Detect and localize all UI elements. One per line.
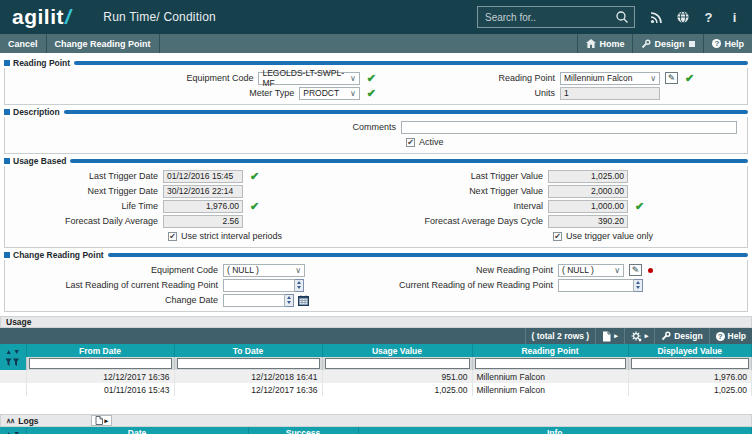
sort-icon: ▲▼ xyxy=(5,348,20,355)
grid-design-button[interactable]: Design xyxy=(654,328,708,344)
comments-input[interactable] xyxy=(401,121,737,134)
filter-reading-point-input[interactable] xyxy=(475,358,626,369)
collapse-icon[interactable]: ∧∧ xyxy=(6,417,14,425)
description-section-title: Description xyxy=(4,107,748,117)
current-reading-input[interactable] xyxy=(558,279,634,292)
forecast-average-days-cycle-field: 390.20 xyxy=(548,215,628,228)
cell-usage-value: 951.00 xyxy=(322,370,472,383)
active-checkbox[interactable]: ✔ xyxy=(406,138,415,147)
help-icon[interactable]: ? xyxy=(701,10,716,25)
home-button[interactable]: Home xyxy=(577,34,632,53)
usage-based-section-title: Usage Based xyxy=(4,156,748,166)
menu-arrow-icon: ▸ xyxy=(614,332,618,340)
change-rp-left-col: Equipment Code ( NULL )∨ Last Reading of… xyxy=(11,262,376,308)
col-info[interactable]: Info xyxy=(358,427,752,434)
logs-export-button[interactable]: ▸ xyxy=(91,415,113,426)
toolbar-right-group: Home Design ? Help xyxy=(577,34,752,53)
change-rp-right-col: New Reading Point ( NULL )∨ ✎ Current Re… xyxy=(376,262,741,308)
design-button-label: Design xyxy=(654,39,684,49)
reading-point-select[interactable]: Millennium Falcon∨ xyxy=(560,72,660,85)
strict-interval-checkbox[interactable]: ✔ xyxy=(168,232,177,241)
forecast-daily-average-field: 2.56 xyxy=(163,215,243,228)
chevron-down-icon: ∨ xyxy=(650,74,656,83)
change-reading-point-button[interactable]: Change Reading Point xyxy=(47,34,160,53)
grid-help-label: Help xyxy=(728,331,746,341)
grid-help-button[interactable]: ? Help xyxy=(709,328,752,344)
table-row[interactable]: 12/12/2017 16:36 12/12/2018 16:41 951.00… xyxy=(0,370,752,383)
meter-type-value: PRODCT xyxy=(303,88,339,98)
home-button-label: Home xyxy=(599,39,624,49)
usage-based-right-col: Last Trigger Value 1,025.00 Next Trigger… xyxy=(376,168,741,244)
sort-icon: ▲▼ xyxy=(5,430,20,434)
export-button[interactable]: ▸ xyxy=(595,328,624,344)
design-button[interactable]: Design xyxy=(632,34,703,53)
search-icon[interactable] xyxy=(615,10,629,24)
meter-type-label: Meter Type xyxy=(11,88,299,98)
section-rule xyxy=(70,159,748,163)
logo-text: agilit xyxy=(12,5,64,29)
calendar-icon[interactable] xyxy=(298,295,309,306)
usage-table: ▲▼ From Date To Date Usage Value Reading… xyxy=(0,344,752,396)
interval-label: Interval xyxy=(376,201,548,211)
next-trigger-date-field: 30/12/2016 22:14 xyxy=(163,185,243,198)
crp-equipment-code-select[interactable]: ( NULL )∨ xyxy=(223,264,305,277)
description-section: Comments ✔ Active xyxy=(4,117,748,154)
col-reading-point[interactable]: Reading Point xyxy=(472,344,628,357)
col-from-date[interactable]: From Date xyxy=(26,344,174,357)
valid-check-icon: ✔ xyxy=(635,201,644,212)
spinner-control[interactable] xyxy=(295,279,304,292)
logs-title-bar: ∧∧ Logs ▸ xyxy=(0,414,752,427)
gears-icon xyxy=(631,331,642,342)
globe-icon[interactable] xyxy=(675,10,690,25)
row-selector-cell[interactable] xyxy=(0,370,26,383)
col-usage-value[interactable]: Usage Value xyxy=(322,344,472,357)
usage-grid-title: Usage xyxy=(6,317,32,327)
col-displayed-value[interactable]: Displayed Value xyxy=(628,344,752,357)
logs-title: Logs xyxy=(18,416,38,426)
strict-interval-checkbox-label: Use strict interval periods xyxy=(181,231,282,241)
table-row[interactable]: 01/11/2016 15:43 12/12/2017 16:36 1,025.… xyxy=(0,383,752,396)
change-date-input[interactable] xyxy=(223,294,285,307)
filter-from-date-input[interactable] xyxy=(29,358,172,369)
wrench-icon xyxy=(641,39,651,49)
help-button[interactable]: ? Help xyxy=(703,34,752,53)
filter-displayed-value-input[interactable] xyxy=(631,358,750,369)
logs-sort-column-header[interactable]: ▲▼ xyxy=(0,427,26,434)
valid-check-icon: ✔ xyxy=(367,73,376,84)
row-selector-cell[interactable] xyxy=(0,383,26,396)
crp-equipment-code-label: Equipment Code xyxy=(11,265,223,275)
cell-reading-point: Millennium Falcon xyxy=(472,383,628,396)
total-rows-label: ( total 2 rows ) xyxy=(525,328,596,344)
cell-to-date: 12/12/2018 16:41 xyxy=(174,370,322,383)
interval-field: 1,000.00 xyxy=(548,200,628,213)
last-reading-input[interactable] xyxy=(223,279,295,292)
edit-icon[interactable]: ✎ xyxy=(629,264,642,276)
filter-to-date-input[interactable] xyxy=(177,358,320,369)
design-toggle-square[interactable] xyxy=(689,41,695,47)
edit-icon[interactable]: ✎ xyxy=(665,72,678,84)
section-square-icon xyxy=(4,109,10,115)
sort-column-header[interactable]: ▲▼ xyxy=(0,344,26,357)
meter-type-select[interactable]: PRODCT∨ xyxy=(299,87,360,100)
last-trigger-value-label: Last Trigger Value xyxy=(376,171,548,181)
app-window: agilit/ Run Time/ Condition ? i Cancel C… xyxy=(0,0,752,434)
actions-button[interactable]: ▸ xyxy=(624,328,655,344)
new-reading-point-select[interactable]: ( NULL )∨ xyxy=(558,264,624,277)
equipment-code-select[interactable]: LEGOLDS-LT-SWPL-MF∨ xyxy=(258,72,359,85)
change-reading-point-section: Equipment Code ( NULL )∨ Last Reading of… xyxy=(4,260,748,312)
col-success[interactable]: Success xyxy=(248,427,358,434)
col-date[interactable]: Date xyxy=(26,427,248,434)
spinner-control[interactable] xyxy=(285,294,294,307)
wrench-icon xyxy=(661,331,671,341)
spinner-control[interactable] xyxy=(634,279,643,292)
col-to-date[interactable]: To Date xyxy=(174,344,322,357)
filter-icon-cell[interactable] xyxy=(0,357,26,370)
new-reading-point-value: ( NULL ) xyxy=(562,265,594,275)
search-input[interactable] xyxy=(485,12,615,23)
cancel-button[interactable]: Cancel xyxy=(0,34,47,53)
cell-displayed-value: 1,976.00 xyxy=(628,370,752,383)
info-icon[interactable]: i xyxy=(727,10,742,25)
feed-icon[interactable] xyxy=(649,10,664,25)
trigger-value-only-checkbox[interactable]: ✔ xyxy=(553,232,562,241)
filter-usage-value-input[interactable] xyxy=(325,358,470,369)
